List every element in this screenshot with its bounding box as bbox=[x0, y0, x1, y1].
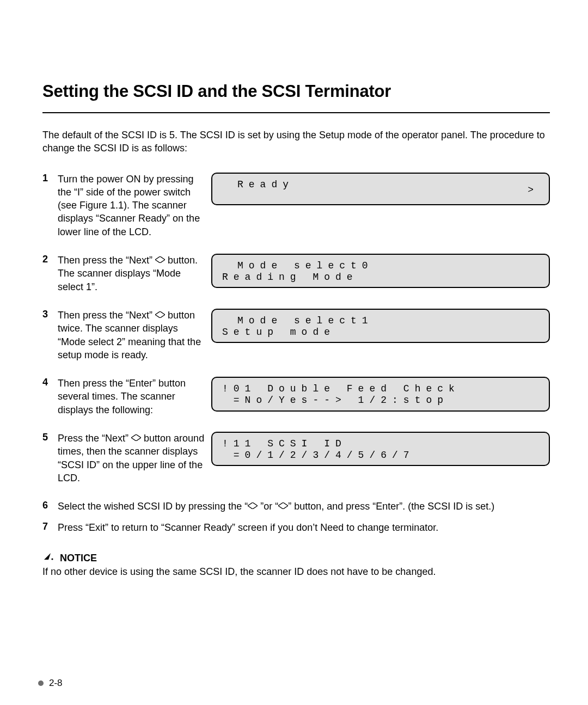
step-text: Turn the power ON by pressing the “I” si… bbox=[58, 173, 206, 238]
step-row: 7Press “Exit” to return to “Scanner Read… bbox=[42, 521, 550, 534]
step-row: 3Then press the “Next” button twice. The… bbox=[42, 309, 550, 361]
page-footer: 2-8 bbox=[38, 678, 63, 689]
svg-point-0 bbox=[51, 558, 53, 560]
step-text: Select the wished SCSI ID by pressing th… bbox=[58, 500, 550, 513]
page-number: 2-8 bbox=[49, 678, 63, 689]
step-row: 4Then press the “Enter” button several t… bbox=[42, 377, 550, 416]
notice-text: If no other device is using the same SCS… bbox=[42, 565, 550, 578]
step-number: 2 bbox=[42, 254, 56, 293]
lcd-line: =No/Yes--> 1/2:stop bbox=[222, 395, 539, 406]
step-text: Press “Exit” to return to “Scanner Ready… bbox=[58, 521, 550, 534]
page-title: Setting the SCSI ID and the SCSI Termina… bbox=[42, 82, 550, 101]
step-number: 5 bbox=[42, 432, 56, 485]
lcd-line: Ready bbox=[222, 179, 539, 191]
diamond-icon bbox=[155, 308, 165, 321]
step-row: 6Select the wished SCSI ID by pressing t… bbox=[42, 500, 550, 513]
step-number: 7 bbox=[42, 521, 56, 534]
lcd-line: !11 SCSI ID bbox=[222, 438, 539, 450]
lcd-display: Mode select0Reading Mode bbox=[211, 254, 550, 288]
lcd-line: !01 Double Feed Check bbox=[222, 383, 539, 395]
diamond-icon bbox=[278, 499, 288, 512]
diamond-icon bbox=[131, 431, 141, 444]
lcd-line: Setup mode bbox=[222, 327, 539, 338]
step-text: Then press the “Next” button twice. The … bbox=[58, 309, 206, 361]
step-text: Press the “Next” button around times, th… bbox=[58, 432, 206, 485]
heading-rule bbox=[42, 112, 550, 113]
lcd-display: !01 Double Feed Check =No/Yes--> 1/2:sto… bbox=[211, 377, 550, 411]
lcd-line: Mode select1 bbox=[222, 315, 539, 327]
step-text: Then press the “Enter” button several ti… bbox=[58, 377, 206, 416]
bullet-icon bbox=[38, 681, 44, 686]
step-number: 4 bbox=[42, 377, 56, 416]
step-number: 3 bbox=[42, 309, 56, 361]
diamond-icon bbox=[248, 499, 258, 512]
step-row: 2Then press the “Next” button. The scann… bbox=[42, 254, 550, 293]
chevron-icon: > bbox=[528, 185, 534, 196]
lcd-display: Ready> bbox=[211, 173, 550, 205]
step-row: 5Press the “Next” button around times, t… bbox=[42, 432, 550, 485]
step-row: 1Turn the power ON by pressing the “I” s… bbox=[42, 173, 550, 238]
step-text: Then press the “Next” button. The scanne… bbox=[58, 254, 206, 293]
notice-label: NOTICE bbox=[60, 553, 97, 564]
intro-paragraph: The default of the SCSI ID is 5. The SCS… bbox=[42, 128, 550, 155]
step-number: 1 bbox=[42, 173, 56, 238]
lcd-line: Mode select0 bbox=[222, 260, 539, 272]
lcd-display: !11 SCSI ID =0/1/2/3/4/5/6/7 bbox=[211, 432, 550, 466]
diamond-icon bbox=[155, 253, 165, 266]
step-number: 6 bbox=[42, 500, 56, 513]
notice-icon bbox=[42, 551, 57, 564]
lcd-line: Reading Mode bbox=[222, 272, 539, 283]
lcd-display: Mode select1Setup mode bbox=[211, 309, 550, 343]
lcd-line: =0/1/2/3/4/5/6/7 bbox=[222, 450, 539, 461]
